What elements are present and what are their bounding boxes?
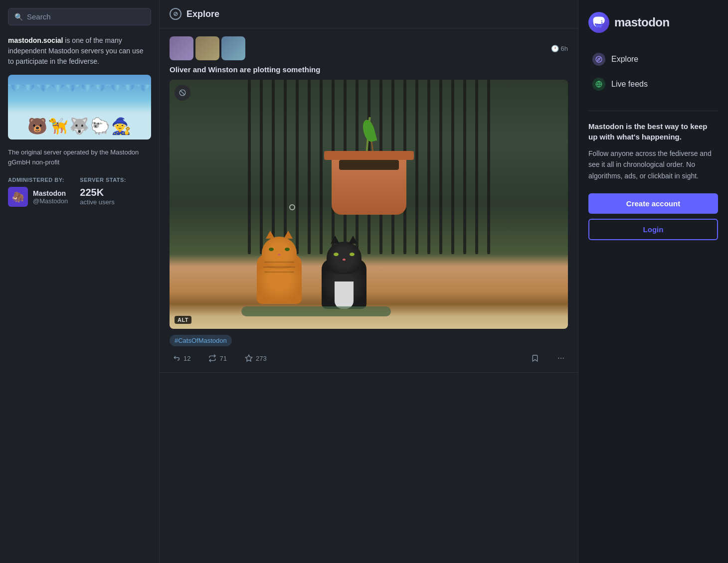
admin-info: Mastodon @Mastodon: [33, 189, 68, 205]
explore-header: ⊘ Explore: [160, 0, 578, 28]
fence-bar: [308, 80, 311, 254]
fence-bar: [260, 80, 263, 254]
right-nav: Explore Live feeds: [588, 48, 718, 96]
tagline-normal: Follow anyone across the fediverse and s…: [588, 148, 718, 181]
post-timestamp: 6h: [561, 45, 568, 52]
post-avatar-2[interactable]: [195, 36, 219, 60]
left-sidebar: 🔍 Search mastodon.social is one of the m…: [0, 0, 160, 563]
server-meta: ADMINISTERED BY: 🦣 Mastodon @Mastodon SE…: [8, 177, 151, 207]
post-title: Oliver and Winston are plotting somethin…: [170, 65, 568, 74]
admin-label: ADMINISTERED BY:: [8, 177, 68, 183]
active-users-label: active users: [80, 198, 126, 206]
tagline-bold: Mastodon is the best way to keep up with…: [588, 121, 718, 142]
post-avatar-1[interactable]: [170, 36, 193, 60]
fence-bar: [296, 80, 299, 254]
more-icon: [557, 354, 565, 362]
fence-bar: [439, 80, 442, 254]
post-image-container[interactable]: ALT: [170, 80, 568, 329]
content-warning-button[interactable]: [175, 85, 190, 101]
pot-rim: [324, 151, 414, 160]
fence-bar: [463, 80, 466, 254]
post-avatar-3[interactable]: [221, 36, 245, 60]
post-actions: 12 71 273: [170, 352, 568, 364]
post-card: 🕐 6h Oliver and Winston are plotting som…: [160, 28, 578, 373]
admin-handle: @Mastodon: [33, 197, 68, 205]
mastodon-logo-svg: [593, 16, 605, 28]
explore-nav-icon: [592, 53, 605, 66]
plant-leaf: [361, 119, 377, 143]
fence-bar: [284, 80, 287, 254]
svg-marker-7: [598, 58, 600, 61]
reply-icon: [173, 354, 181, 362]
admin-name: Mastodon: [33, 189, 68, 197]
clock-icon: 🕐: [551, 45, 559, 52]
stats-label: SERVER STATS:: [80, 177, 126, 183]
post-image: [170, 80, 568, 329]
fence-bar: [320, 80, 323, 254]
admin-avatar: 🦣: [8, 187, 28, 207]
pot-body: [332, 160, 406, 215]
admin-row: 🦣 Mastodon @Mastodon: [8, 187, 68, 207]
server-name: mastodon.social: [8, 36, 63, 44]
location-indicator: [289, 204, 295, 210]
search-icon: 🔍: [14, 13, 23, 21]
server-banner: 🐻🦮🐺🐑🧙: [8, 75, 151, 140]
banner-decoration: 🐻🦮🐺🐑🧙: [27, 117, 132, 136]
live-nav-icon: [592, 78, 605, 91]
nav-live-label: Live feeds: [611, 80, 648, 89]
reply-button[interactable]: 12: [170, 352, 193, 364]
svg-point-6: [596, 56, 602, 62]
stats-section: SERVER STATS: 225K active users: [80, 177, 126, 207]
svg-marker-2: [245, 355, 252, 361]
post-avatars: [170, 36, 247, 60]
fence-bar: [427, 80, 430, 254]
explore-icon: ⊘: [170, 8, 182, 20]
nav-item-live-feeds[interactable]: Live feeds: [588, 73, 718, 96]
logo-text: mastodon: [614, 15, 670, 29]
pot-soil: [339, 160, 399, 170]
fence-bar: [415, 80, 418, 254]
right-sidebar: mastodon Explore Live feeds Mast: [578, 0, 728, 563]
compass-icon: [595, 56, 602, 63]
svg-line-1: [181, 91, 184, 95]
black-cat: [314, 244, 374, 309]
favorite-count: 273: [256, 355, 267, 362]
svg-point-4: [560, 358, 561, 359]
more-button[interactable]: [554, 352, 568, 364]
create-account-button[interactable]: Create account: [588, 193, 718, 214]
right-divider: [588, 111, 718, 111]
white-bib: [335, 282, 354, 309]
boost-count: 71: [219, 355, 226, 362]
explore-title: Explore: [186, 9, 219, 19]
globe-icon: [595, 81, 602, 88]
svg-point-3: [558, 358, 559, 359]
search-bar[interactable]: 🔍 Search: [8, 8, 151, 25]
cat-scene: [170, 80, 568, 329]
alt-text-badge[interactable]: ALT: [175, 316, 191, 324]
post-time: 🕐 6h: [551, 45, 568, 52]
star-icon: [245, 354, 253, 362]
nav-explore-label: Explore: [611, 55, 638, 64]
plant-pot-area: [324, 117, 414, 217]
fence-bar: [487, 80, 490, 254]
fence-bar: [248, 80, 251, 254]
svg-point-5: [563, 358, 564, 359]
fence-bar: [475, 80, 478, 254]
bookmark-icon: [531, 354, 539, 362]
boost-icon: [208, 354, 216, 362]
bookmark-button[interactable]: [528, 352, 542, 364]
favorite-button[interactable]: 273: [242, 352, 270, 364]
server-about: The original server operated by the Mast…: [8, 147, 151, 167]
hashtag-pill[interactable]: #CatsOfMastodon: [170, 335, 232, 346]
nav-item-explore[interactable]: Explore: [588, 48, 718, 71]
cat-mat: [241, 306, 391, 316]
active-users-count: 225K: [80, 187, 126, 198]
orange-cat: [249, 239, 309, 309]
boost-button[interactable]: 71: [205, 352, 229, 364]
reply-count: 12: [183, 355, 190, 362]
mastodon-logo: mastodon: [588, 12, 718, 33]
fence-bar: [272, 80, 275, 254]
fence-bar: [451, 80, 454, 254]
login-button[interactable]: Login: [588, 219, 718, 240]
cats: [249, 239, 374, 309]
